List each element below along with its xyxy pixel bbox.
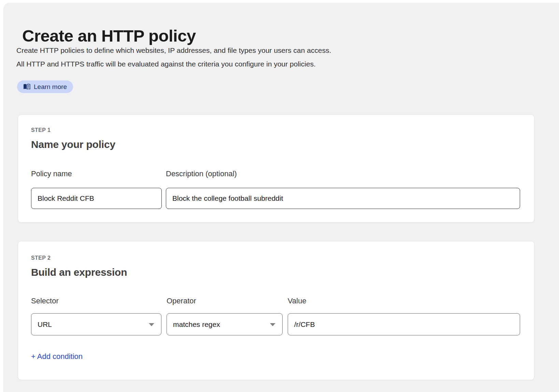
- policy-name-label: Policy name: [31, 169, 72, 178]
- selector-dropdown-value: URL: [38, 320, 52, 329]
- page-description-line-2: All HTTP and HTTPS traffic will be evalu…: [16, 57, 331, 71]
- chevron-down-icon: [149, 323, 154, 326]
- add-condition-link[interactable]: + Add condition: [31, 352, 83, 361]
- selector-dropdown[interactable]: URL: [31, 313, 161, 335]
- policy-name-input[interactable]: [31, 188, 162, 209]
- value-input[interactable]: [288, 313, 520, 335]
- step1-card: STEP 1 Name your policy Policy name Desc…: [18, 115, 534, 223]
- learn-more-label: Learn more: [34, 83, 67, 91]
- step2-card: STEP 2 Build an expression Selector Oper…: [18, 241, 534, 380]
- open-book-icon: [23, 84, 30, 90]
- operator-dropdown-value: matches regex: [173, 320, 220, 329]
- page-description-line-1: Create HTTP policies to define which web…: [16, 44, 331, 57]
- chevron-down-icon: [270, 323, 275, 326]
- step2-heading: Build an expression: [31, 267, 127, 278]
- operator-dropdown[interactable]: matches regex: [167, 313, 283, 335]
- value-label: Value: [288, 297, 306, 305]
- learn-more-button[interactable]: Learn more: [17, 80, 73, 93]
- selector-label: Selector: [31, 297, 59, 305]
- step2-label: STEP 2: [31, 255, 51, 261]
- description-input[interactable]: [166, 188, 520, 209]
- description-label: Description (optional): [166, 169, 237, 178]
- step1-heading: Name your policy: [31, 139, 115, 150]
- operator-label: Operator: [167, 297, 196, 305]
- page-description: Create HTTP policies to define which web…: [16, 44, 331, 71]
- page-title: Create an HTTP policy: [22, 26, 196, 45]
- step1-label: STEP 1: [31, 127, 51, 133]
